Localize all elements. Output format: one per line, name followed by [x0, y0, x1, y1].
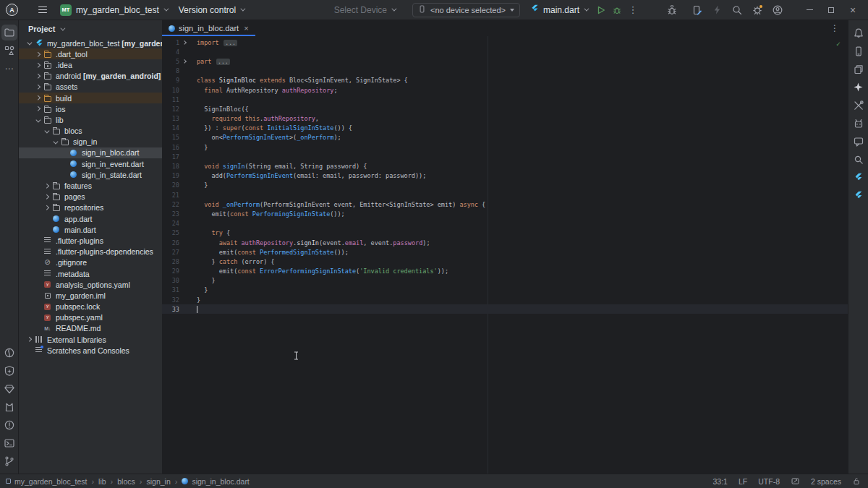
tree-chevron-closed-icon[interactable]	[42, 202, 51, 213]
inspections-ok-icon[interactable]: ✓	[836, 40, 841, 48]
line-number[interactable]: 13	[162, 115, 179, 122]
line-number[interactable]: 31	[162, 286, 179, 294]
line-number[interactable]: 26	[162, 239, 179, 247]
account-button[interactable]	[770, 2, 786, 18]
build-tools-icon[interactable]	[851, 98, 867, 114]
code-line-19[interactable]: 19 add(PerformSignInEvent(email: email, …	[162, 171, 848, 181]
tree-item-main-dart[interactable]: main.dart	[19, 224, 162, 235]
code-line-20[interactable]: 20 }	[162, 181, 848, 190]
fold-arrow-icon[interactable]	[179, 60, 190, 63]
line-number[interactable]: 21	[162, 192, 179, 199]
breadcrumb-sign-in-bloc-dart[interactable]: sign_in_bloc.dart	[182, 477, 249, 486]
line-number[interactable]: 23	[162, 210, 179, 218]
tree-item-assets[interactable]: assets	[19, 82, 162, 93]
tree-item-blocs[interactable]: blocs	[19, 126, 162, 137]
gemini-sparkle-icon[interactable]	[851, 80, 867, 95]
tree-item-my-garden-iml[interactable]: my_garden.iml	[19, 290, 162, 301]
tree-item--flutter-plugins-dependencies[interactable]: .flutter-plugins-dependencies	[19, 247, 162, 257]
tree-item-pages[interactable]: pages	[19, 192, 162, 202]
version-control-icon[interactable]	[1, 453, 17, 469]
dart-analysis-icon[interactable]	[1, 345, 17, 361]
code-line-16[interactable]: 16 }	[162, 142, 848, 152]
tree-item-pubspec-yaml[interactable]: Ypubspec.yaml	[19, 312, 162, 323]
line-number[interactable]: 17	[162, 153, 179, 160]
line-number[interactable]: 5	[162, 58, 179, 65]
breadcrumb-sign-in[interactable]: sign_in	[146, 477, 170, 486]
line-number[interactable]: 15	[162, 134, 179, 141]
tree-item-ios[interactable]: ios	[19, 103, 162, 114]
tree-item-sign-in-state-dart[interactable]: sign_in_state.dart	[19, 169, 162, 180]
line-number[interactable]: 18	[162, 163, 179, 170]
code-line-9[interactable]: 9class SignInBloc extends Bloc<SignInEve…	[162, 76, 848, 85]
tree-item--flutter-plugins[interactable]: .flutter-plugins	[19, 235, 162, 246]
project-selector[interactable]: MT my_garden_bloc_test	[60, 4, 167, 16]
debug-button[interactable]	[609, 2, 625, 18]
run-config-selector[interactable]: main.dart	[530, 4, 587, 15]
tree-chevron-open-icon[interactable]	[42, 126, 51, 136]
tree-item-scratches-and-consoles[interactable]: Scratches and Consoles	[19, 345, 162, 356]
tree-chevron-closed-icon[interactable]	[33, 49, 42, 59]
tree-chevron-open-icon[interactable]	[25, 38, 33, 48]
more-run-actions-button[interactable]: ⋮	[625, 2, 641, 18]
window-restore-button[interactable]	[823, 2, 839, 18]
line-number[interactable]: 27	[162, 249, 179, 256]
code-line-33[interactable]: 33	[162, 304, 848, 314]
logcat-icon[interactable]	[1, 399, 17, 415]
tree-item--metadata[interactable]: .metadata	[19, 268, 162, 279]
flutter-inspector-icon[interactable]	[851, 188, 867, 204]
running-devices-icon[interactable]	[851, 116, 867, 132]
main-menu-button[interactable]	[37, 4, 48, 17]
code-line-17[interactable]: 17	[162, 152, 848, 161]
terminal-icon[interactable]	[1, 435, 17, 451]
line-ending-widget[interactable]: LF	[739, 477, 747, 486]
code-editor[interactable]: 1import ...45part ...89class SignInBloc …	[162, 36, 848, 474]
code-line-32[interactable]: 32}	[162, 295, 848, 304]
app-inspection-icon[interactable]	[851, 134, 867, 150]
line-number[interactable]: 9	[162, 77, 179, 84]
code-line-4[interactable]: 4	[162, 47, 848, 56]
tree-chevron-closed-icon[interactable]	[42, 192, 51, 202]
device-manager-icon[interactable]	[851, 43, 867, 59]
vcs-selector[interactable]: Version control	[179, 5, 244, 15]
line-number[interactable]: 14	[162, 124, 179, 132]
tree-item-readme-md[interactable]: M↓README.md	[19, 323, 162, 334]
indent-widget[interactable]: 2 spaces	[811, 477, 841, 486]
problems-icon[interactable]	[1, 417, 17, 433]
structure-icon[interactable]	[1, 43, 17, 59]
tree-item-sign-in[interactable]: sign_in	[19, 137, 162, 147]
tree-chevron-closed-icon[interactable]	[33, 60, 42, 70]
flutter-outline-icon[interactable]	[851, 170, 867, 186]
project-panel-header[interactable]: Project	[19, 20, 162, 38]
breadcrumb-my-garden-bloc-test[interactable]: my_garden_bloc_test	[6, 477, 87, 486]
tree-item-external-libraries[interactable]: External Libraries	[19, 334, 162, 345]
close-tab-icon[interactable]: ×	[244, 24, 248, 33]
caret-position-widget[interactable]: 33:1	[713, 477, 728, 486]
tree-chevron-closed-icon[interactable]	[33, 93, 42, 103]
code-line-12[interactable]: 12 SignInBloc({	[162, 104, 848, 114]
code-line-22[interactable]: 22 void _onPerform(PerformSignInEvent ev…	[162, 200, 848, 209]
code-line-24[interactable]: 24	[162, 219, 848, 228]
code-line-31[interactable]: 31 }	[162, 286, 848, 295]
tree-item-sign-in-event-dart[interactable]: sign_in_event.dart	[19, 158, 162, 169]
tree-item--dart-tool[interactable]: .dart_tool	[19, 48, 162, 59]
code-line-13[interactable]: 13 required this.authRepository,	[162, 114, 848, 124]
line-number[interactable]: 10	[162, 87, 179, 94]
layout-inspector-icon[interactable]	[851, 152, 867, 168]
code-line-15[interactable]: 15 on<PerformSignInEvent>(_onPerform);	[162, 133, 848, 142]
tree-chevron-closed-icon[interactable]	[33, 82, 42, 92]
code-line-11[interactable]: 11	[162, 95, 848, 104]
code-line-21[interactable]: 21	[162, 190, 848, 200]
line-number[interactable]: 22	[162, 201, 179, 208]
code-line-29[interactable]: 29 emit(const ErrorPerformingSignInState…	[162, 267, 848, 276]
tree-chevron-closed-icon[interactable]	[25, 335, 33, 345]
tree-item-analysis-options-yaml[interactable]: Yanalysis_options.yaml	[19, 279, 162, 290]
tree-item-repositories[interactable]: repositories	[19, 202, 162, 213]
device-explorer-icon[interactable]	[851, 61, 867, 77]
code-line-30[interactable]: 30 }	[162, 276, 848, 286]
breadcrumb-blocs[interactable]: blocs	[117, 477, 135, 486]
line-number[interactable]: 1	[162, 39, 179, 46]
tree-item--idea[interactable]: .idea	[19, 59, 162, 70]
device-combo[interactable]: <no device selected>	[412, 3, 520, 17]
tree-item-build[interactable]: build	[19, 93, 162, 103]
code-line-23[interactable]: 23 emit(const PerformingSignInState());	[162, 209, 848, 218]
